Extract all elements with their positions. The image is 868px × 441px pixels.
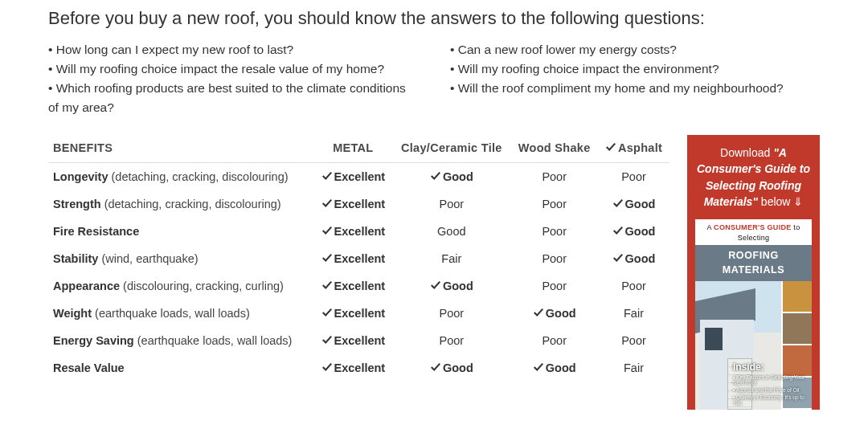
benefit-cell: Strength (detaching, cracking, discolour…: [48, 190, 313, 218]
check-icon: [533, 361, 544, 373]
value-cell: Poor: [510, 190, 598, 218]
table-row: Appearance (discolouring, cracking, curl…: [48, 272, 669, 300]
comparison-table: BENEFITS METAL Clay/Ceramic Tile Wood Sh…: [48, 135, 669, 382]
table-row: Weight (earthquake loads, wall loads)Exc…: [48, 300, 669, 327]
question-item: • Will my roofing choice impact the resa…: [48, 59, 418, 79]
value-cell: Poor: [392, 300, 510, 327]
table-row: Longevity (detaching, cracking, discolou…: [48, 163, 669, 191]
col-metal: METAL: [313, 135, 392, 163]
download-text: Download "A Consumer's Guide to Selectin…: [695, 145, 812, 210]
download-sidebar[interactable]: Download "A Consumer's Guide to Selectin…: [687, 135, 820, 410]
guide-cover[interactable]: A CONSUMER'S GUIDE to Selecting ROOFING …: [695, 219, 812, 409]
value-cell: Poor: [510, 272, 598, 300]
value-cell: Good: [392, 354, 510, 382]
value-cell: Poor: [598, 272, 669, 300]
check-icon: [321, 334, 333, 345]
check-icon: [605, 141, 616, 153]
cover-topbar: A CONSUMER'S GUIDE to Selecting: [695, 219, 812, 245]
value-cell: Good: [510, 354, 598, 382]
value-cell: Good: [598, 190, 669, 218]
value-cell: Excellent: [313, 245, 392, 272]
question-item: • Which roofing products are best suited…: [48, 79, 418, 117]
check-icon: [430, 361, 441, 373]
table-row: Energy Saving (earthquake loads, wall lo…: [48, 327, 669, 354]
value-cell: Poor: [392, 190, 510, 218]
question-item: • Will my roofing choice impact the envi…: [450, 59, 820, 79]
check-icon: [321, 198, 333, 209]
value-cell: Poor: [598, 163, 669, 191]
col-asphalt: Asphalt: [598, 135, 669, 163]
value-cell: Good: [598, 218, 669, 245]
value-cell: Good: [392, 218, 510, 245]
value-cell: Excellent: [313, 163, 392, 191]
questions-block: • How long can I expect my new roof to l…: [48, 40, 820, 117]
check-icon: [430, 280, 441, 291]
value-cell: Excellent: [313, 272, 392, 300]
value-cell: Good: [598, 245, 669, 272]
value-cell: Fair: [392, 245, 510, 272]
value-cell: Excellent: [313, 190, 392, 218]
value-cell: Good: [392, 272, 510, 300]
questions-col-right: • Can a new roof lower my energy costs? …: [450, 40, 820, 117]
cover-body: Inside: • Key Factors in Selecting Your …: [695, 281, 812, 410]
benefit-cell: Stability (wind, earthquake): [48, 245, 313, 272]
cover-title: ROOFING MATERIALS: [695, 245, 812, 280]
table-row: Strength (detaching, cracking, discolour…: [48, 190, 669, 218]
table-header-row: BENEFITS METAL Clay/Ceramic Tile Wood Sh…: [48, 135, 669, 163]
table-row: Fire ResistanceExcellentGoodPoorGood: [48, 218, 669, 245]
value-cell: Excellent: [313, 300, 392, 327]
check-icon: [321, 252, 333, 263]
benefit-cell: Weight (earthquake loads, wall loads): [48, 300, 313, 327]
check-icon: [321, 280, 333, 291]
check-icon: [321, 307, 333, 318]
section-heading: Before you buy a new roof, you should kn…: [48, 8, 820, 29]
table-row: Stability (wind, earthquake)ExcellentFai…: [48, 245, 669, 272]
col-benefits: BENEFITS: [48, 135, 313, 163]
value-cell: Poor: [510, 218, 598, 245]
value-cell: Good: [510, 300, 598, 327]
question-item: • How long can I expect my new roof to l…: [48, 40, 418, 59]
value-cell: Excellent: [313, 218, 392, 245]
cover-inside-block: Inside: • Key Factors in Selecting Your …: [733, 362, 807, 406]
questions-col-left: • How long can I expect my new roof to l…: [48, 40, 418, 117]
check-icon: [612, 252, 624, 263]
value-cell: Excellent: [313, 354, 392, 382]
value-cell: Good: [392, 163, 510, 191]
check-icon: [612, 198, 624, 209]
value-cell: Poor: [510, 327, 598, 354]
table-row: Resale ValueExcellentGoodGoodFair: [48, 354, 669, 382]
value-cell: Poor: [392, 327, 510, 354]
question-item: • Can a new roof lower my energy costs?: [450, 40, 820, 59]
check-icon: [321, 225, 333, 236]
benefit-cell: Fire Resistance: [48, 218, 313, 245]
check-icon: [321, 170, 333, 182]
value-cell: Poor: [510, 163, 598, 191]
col-wood: Wood Shake: [510, 135, 598, 163]
col-clay: Clay/Ceramic Tile: [392, 135, 510, 163]
check-icon: [321, 361, 333, 373]
value-cell: Fair: [598, 300, 669, 327]
value-cell: Fair: [598, 354, 669, 382]
benefit-cell: Resale Value: [48, 354, 313, 382]
check-icon: [430, 170, 441, 182]
value-cell: Excellent: [313, 327, 392, 354]
check-icon: [612, 225, 624, 236]
benefit-cell: Longevity (detaching, cracking, discolou…: [48, 163, 313, 191]
check-icon: [533, 307, 544, 318]
value-cell: Poor: [510, 245, 598, 272]
benefit-cell: Appearance (discolouring, cracking, curl…: [48, 272, 313, 300]
benefit-cell: Energy Saving (earthquake loads, wall lo…: [48, 327, 313, 354]
question-item: • Will the roof compliment my home and m…: [450, 79, 820, 98]
value-cell: Poor: [598, 327, 669, 354]
